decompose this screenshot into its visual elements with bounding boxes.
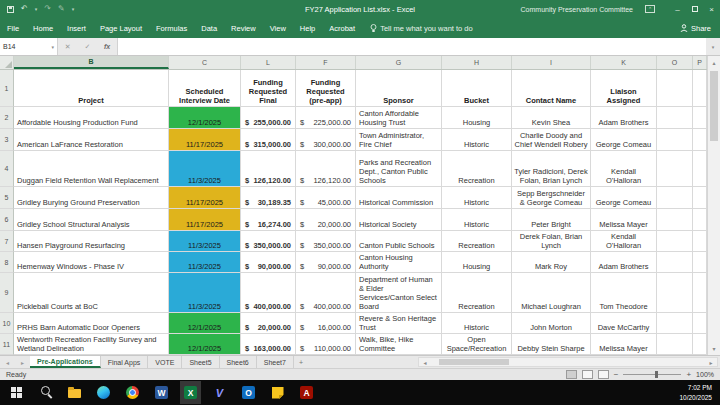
cell-empty-o[interactable] (657, 187, 693, 209)
edge-icon[interactable] (93, 381, 114, 404)
search-icon[interactable] (35, 381, 56, 404)
sheet-tab-vote[interactable]: VOTE (148, 356, 182, 368)
name-box[interactable]: B14 ▾ (0, 38, 58, 55)
share-button[interactable]: Share (680, 24, 720, 33)
cell-funding-final[interactable]: $20,000.00 (241, 313, 296, 334)
header-cell-sponsor[interactable]: Sponsor (356, 70, 442, 107)
cell-liaison[interactable]: George Comeau (591, 129, 657, 151)
column-header-k[interactable]: K (591, 56, 657, 69)
ribbon-tab-review[interactable]: Review (224, 18, 263, 38)
cell-funding-preapp[interactable]: $350,000.00 (296, 231, 356, 252)
cell-liaison[interactable]: Melissa Mayer (591, 334, 657, 355)
cell-bucket[interactable]: Recreation (442, 231, 512, 252)
cell-empty-o[interactable] (657, 209, 693, 231)
cell-interview-date[interactable]: 11/17/2025 (169, 209, 241, 231)
cell-contact[interactable]: Derek Folan, Brian Lynch (512, 231, 591, 252)
row-header-5[interactable]: 5 (0, 187, 14, 209)
minimize-button[interactable]: – (669, 0, 686, 18)
cell-funding-preapp[interactable]: $20,000.00 (296, 209, 356, 231)
ribbon-tab-acrobat[interactable]: Acrobat (322, 18, 362, 38)
page-layout-view-icon[interactable] (582, 370, 593, 379)
scroll-right-icon[interactable]: ▸ (705, 359, 717, 366)
cell-empty-p[interactable] (693, 252, 707, 273)
cell-empty-p[interactable] (693, 129, 707, 151)
horizontal-scrollbar[interactable]: ◂ ▸ (418, 357, 718, 367)
cell-sponsor[interactable]: Historical Society (356, 209, 442, 231)
cell-contact[interactable]: Mark Roy (512, 252, 591, 273)
row-header-11[interactable]: 11 (0, 334, 14, 355)
cell-empty-p[interactable] (693, 231, 707, 252)
cell-funding-final[interactable]: $16,274.00 (241, 209, 296, 231)
cell-liaison[interactable]: George Comeau (591, 187, 657, 209)
file-explorer-icon[interactable] (64, 381, 85, 404)
cell-project[interactable]: Gridley Burying Ground Preservation (14, 187, 169, 209)
name-box-dropdown-icon[interactable]: ▾ (51, 44, 54, 50)
cell-empty-p[interactable] (693, 187, 707, 209)
column-header-b[interactable]: B (14, 56, 169, 69)
header-cell-funding-requested-pre-app-[interactable]: Funding Requested (pre-app) (296, 70, 356, 107)
cell-bucket[interactable]: Recreation (442, 151, 512, 187)
row-header-2[interactable]: 2 (0, 107, 14, 129)
ribbon-tab-formulas[interactable]: Formulas (149, 18, 194, 38)
column-header-p[interactable]: P (693, 56, 707, 69)
cell-bucket[interactable]: Open Space/Recreation (442, 334, 512, 355)
cell-contact[interactable]: Sepp Bergschneider & George Comeau (512, 187, 591, 209)
restore-button[interactable] (686, 0, 703, 18)
normal-view-icon[interactable] (566, 370, 577, 379)
header-cell-empty-o[interactable] (657, 70, 693, 107)
cell-sponsor[interactable]: Parks and Recreation Dept., Canton Publi… (356, 151, 442, 187)
cell-liaison[interactable]: Dave McCarthy (591, 313, 657, 334)
sheet-tab-pre-applications[interactable]: Pre-Applications (30, 356, 101, 368)
cell-funding-preapp[interactable]: $126,120.00 (296, 151, 356, 187)
cell-project[interactable]: Gridley School Structural Analysis (14, 209, 169, 231)
v-app-icon[interactable]: V (209, 381, 230, 404)
cell-empty-o[interactable] (657, 313, 693, 334)
header-cell-liaison-assigned[interactable]: Liaison Assigned (591, 70, 657, 107)
cell-contact[interactable]: Kevin Shea (512, 107, 591, 129)
vertical-scrollbar[interactable]: ▴ ▾ (707, 56, 720, 355)
formula-input[interactable] (118, 38, 706, 55)
cell-bucket[interactable]: Historic (442, 313, 512, 334)
zoom-level[interactable]: 100% (696, 371, 714, 378)
row-header-6[interactable]: 6 (0, 209, 14, 231)
cell-sponsor[interactable]: Walk, Bike, Hike Committee (356, 334, 442, 355)
row-header-4[interactable]: 4 (0, 151, 14, 187)
cell-project[interactable]: Wentworth Recreation Facility Survey and… (14, 334, 169, 355)
cell-sponsor[interactable]: Canton Affordable Housing Trust (356, 107, 442, 129)
cell-bucket[interactable]: Historic (442, 209, 512, 231)
undo-icon[interactable]: ↶ (21, 5, 28, 13)
start-icon[interactable] (6, 381, 27, 404)
cell-project[interactable]: American LaFrance Restoration (14, 129, 169, 151)
row-header-8[interactable]: 8 (0, 252, 14, 273)
cell-sponsor[interactable]: Canton Public Schools (356, 231, 442, 252)
sticky-notes-icon[interactable] (267, 381, 288, 404)
cell-empty-o[interactable] (657, 334, 693, 355)
column-header-o[interactable]: O (657, 56, 693, 69)
page-break-view-icon[interactable] (598, 370, 609, 379)
header-cell-contact-name[interactable]: Contact Name (512, 70, 591, 107)
column-header-c[interactable]: C (169, 56, 241, 69)
cell-interview-date[interactable]: 12/1/2025 (169, 107, 241, 129)
tab-scroll-right-icon[interactable]: ▸ (21, 359, 24, 366)
ribbon-tab-view[interactable]: View (263, 18, 293, 38)
scroll-left-icon[interactable]: ◂ (419, 359, 431, 366)
header-cell-empty-p[interactable] (693, 70, 707, 107)
column-header-i[interactable]: I (512, 56, 591, 69)
zoom-slider[interactable] (623, 374, 681, 375)
ribbon-tab-insert[interactable]: Insert (60, 18, 93, 38)
cell-funding-final[interactable]: $255,000.00 (241, 107, 296, 129)
cell-contact[interactable]: Michael Loughran (512, 273, 591, 313)
cell-funding-final[interactable]: $90,000.00 (241, 252, 296, 273)
redo-icon[interactable]: ↷ (44, 5, 51, 13)
save-icon[interactable] (7, 6, 14, 13)
taskbar-clock[interactable]: 7:02 PM 10/20/2025 (679, 383, 720, 403)
cell-contact[interactable]: Charlie Doody and Chief Wendell Robery (512, 129, 591, 151)
cell-funding-preapp[interactable]: $45,000.00 (296, 187, 356, 209)
cell-funding-final[interactable]: $400,000.00 (241, 273, 296, 313)
excel-icon[interactable]: X (180, 381, 201, 404)
cell-liaison[interactable]: Adam Brothers (591, 252, 657, 273)
cell-interview-date[interactable]: 12/1/2025 (169, 334, 241, 355)
cell-sponsor[interactable]: Historical Commission (356, 187, 442, 209)
column-header-l[interactable]: L (241, 56, 296, 69)
cell-interview-date[interactable]: 12/1/2025 (169, 313, 241, 334)
